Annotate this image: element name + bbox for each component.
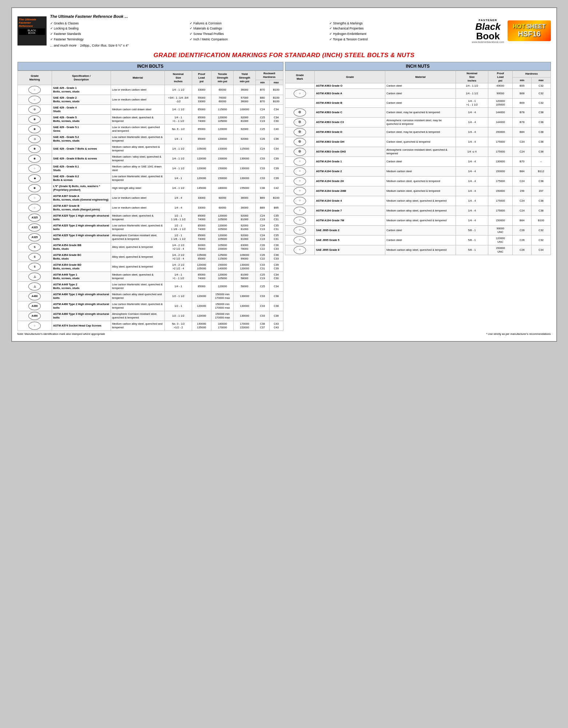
bolts-header: INCH BOLTS — [17, 62, 283, 71]
table-row: ○ASTM A194 Grade 2HMMedium carbon steel,… — [285, 186, 551, 196]
nut-material-cell: Carbon steel — [385, 89, 456, 99]
spec-cell: ASTM A490 Type 3 High strength structura… — [52, 311, 111, 321]
proof-cell: 120000 — [192, 173, 211, 183]
hardness-min-cell: B68 — [513, 89, 532, 99]
rockwell-max-cell: C34 C30 — [269, 272, 283, 281]
rockwell-max-cell: B100 — [269, 193, 283, 203]
rockwell-max-cell: C34 C30 — [269, 114, 283, 124]
rockwell-max-cell: C40 — [269, 124, 283, 134]
nominal-cell: 1/4 - 1 1/2 — [165, 144, 192, 154]
nut-proof-cell: 69000 — [488, 83, 513, 89]
hsf-code: HSF16 — [513, 30, 545, 38]
spec-cell: ASTM A449 Type 2 Bolts, screws, studs — [52, 281, 111, 291]
tensile-cell: 150000 min 170000 max — [211, 301, 234, 311]
tensile-cell: 105000 100000 — [211, 242, 234, 252]
tensile-cell: 120000 — [211, 281, 234, 291]
nut-proof-cell: 175000 — [488, 206, 513, 215]
table-row: SASTM A354 Grade BD Bolts, screws, studs… — [17, 262, 283, 272]
check-failures: Failures & Corrosion — [190, 21, 329, 26]
hardness-max-cell: C38 — [532, 176, 551, 186]
rockwell-min-cell: B69 — [255, 203, 269, 213]
proof-cell: 33000 — [192, 203, 211, 213]
grade-mark-cell: ○ — [17, 85, 52, 95]
rockwell-min-cell: C26 C22 — [255, 252, 269, 262]
proof-cell: 120000 — [192, 291, 211, 301]
grade-mark-cell: S — [17, 242, 52, 252]
nut-grade-icon: ○ — [294, 187, 306, 195]
yield-cell: 109000 99000 — [234, 252, 256, 262]
rockwell-min-cell: B69 — [255, 193, 269, 203]
material-cell: Atmospheric Corrision resistant steel, q… — [111, 311, 164, 321]
nominal-cell: 1/2 - 1 1 1/8 - 1 1/2 — [165, 213, 192, 222]
hardness-max-cell: C38 — [532, 127, 551, 137]
rockwell-max-cell: C34 — [269, 281, 283, 291]
rockwell-min-cell: C33 C31 — [255, 262, 269, 272]
nut-material-cell: Medium carbon alloy steel, quenched & te… — [385, 215, 456, 225]
nut-material-cell: Carbon steel, quenched & tempered — [385, 137, 456, 147]
nut-material-cell: Medium carbon steel, quenched & tempered — [385, 176, 456, 186]
more-text: ... and much more 248pp., Color Illus. S… — [50, 43, 468, 48]
proof-cell: 85000 — [192, 124, 211, 134]
grade-cell: SAE J995 Grade 5 — [315, 235, 385, 245]
grade-icon: S — [28, 243, 41, 251]
grade-cell: ASTM A194 Grade 1 — [315, 157, 385, 166]
table-row: ◎ASTM A563 Grade DH3Atmospheric corrosio… — [285, 147, 551, 157]
grade-mark-cell: A490 — [17, 301, 52, 311]
nut-material-cell: Carbon steel, may be quenched & tempered — [385, 107, 456, 117]
book-detail: 248pp., Color Illus. Size 6 ½" x 4" — [80, 44, 128, 47]
yield-cell: 57000 36000 — [234, 95, 256, 104]
nominal-cell: 1/4 - 2 1/2 >2 1/2 - 4 — [165, 262, 192, 272]
grade-icon: ⊗ — [28, 145, 41, 153]
nut-grade-icon: ○ — [294, 177, 306, 185]
table-row: ○ASTM A194 Grade 1Carbon steel1/4 - 4130… — [285, 157, 551, 166]
material-cell: Alloy steel, quenched & tempered — [111, 262, 164, 272]
col-header-grade: Grade — [315, 71, 385, 83]
spec-cell: SAE 429 - Grade 4 Studs — [52, 104, 111, 114]
proof-cell: 55000 33000 — [192, 95, 211, 104]
spec-cell: ASTM A490 Type 1 High strength structura… — [52, 291, 111, 301]
grade-cell: ASTM A563 Grade C — [315, 107, 385, 117]
rockwell-max-cell: C39 C39 — [269, 262, 283, 272]
material-cell: Low or medium carbon steel, quenched and… — [111, 124, 164, 134]
spec-cell: SAE 429 - Grade 7 Bolts & screws — [52, 144, 111, 154]
hardness-min-cell: C24 — [513, 137, 532, 147]
grade-cell: ASTM A194 Grade 2H — [315, 176, 385, 186]
table-row: ○ASTM A194 Grade 7Medium carbon alloy st… — [285, 206, 551, 215]
grade-mark-cell: ◈ — [17, 173, 52, 183]
material-cell: Medium carbon steel, quenched & tempered — [111, 114, 164, 124]
material-cell: Medium carbon steel, quenched & tempered — [111, 213, 164, 222]
hardness-max-cell: – — [532, 157, 551, 166]
grade-icon: ◈ — [28, 174, 41, 182]
nut-material-cell: Medium carbon alloy steel, quenched & te… — [385, 245, 456, 255]
grade-cell: ASTM A194 Grade 7M — [315, 215, 385, 225]
proof-cell: 120000 — [192, 163, 211, 173]
tensile-cell: 60000 — [211, 193, 234, 203]
check-locking: Locking & Sealing — [50, 26, 189, 31]
spec-cell: ASTM A325 Type 3 High strength structura… — [52, 232, 111, 242]
spec-cell: ASTM A490 Type 2 High strength structura… — [52, 301, 111, 311]
nominal-cell: 1/2 - 1 1 1/8 - 1 1/2 — [165, 222, 192, 232]
nominal-cell: >3/4 - 1 -1/4 -3/4 -1/2 — [165, 95, 192, 104]
nominal-cell: 1/4 - 1 1/2 — [165, 104, 192, 114]
table-row: ○SAE J995 Grade 2Carbon steel5/8 - 19000… — [285, 225, 551, 235]
nut-grade-mark-cell: ○ — [285, 89, 315, 99]
col-header-material: Material — [111, 71, 164, 85]
proof-cell: 85000 74000 — [192, 222, 211, 232]
yield-cell: 170000 153000 — [234, 321, 256, 331]
proof-cell: 105000 — [192, 144, 211, 154]
rockwell-min-cell: C24 C19 — [255, 232, 269, 242]
nut-proof-cell: 150000 — [488, 215, 513, 225]
grade-icon: S — [28, 253, 41, 261]
tensile-cell: 120000 105000 — [211, 222, 234, 232]
tensile-cell: 150000 — [211, 154, 234, 163]
spec-cell: ASTM A325 Type 1 High strength structura… — [52, 213, 111, 222]
grade-icon: △ — [28, 282, 41, 290]
nut-nominal-cell: 1/4 - 4 — [456, 127, 488, 137]
nut-nominal-cell: 5/8 - 1 — [456, 235, 488, 245]
table-row: ⊗SAE 429 - Grade 8 Bolts & screwsMedium … — [17, 154, 283, 163]
grade-icon: A325 — [28, 214, 41, 222]
asterisk-note: * Use strictly as per manufacturer's rec… — [486, 332, 551, 336]
grade-cell: ASTM A194 Grade 2HM — [315, 186, 385, 196]
nominal-cell: 1/4 - 1 1/2 — [165, 85, 192, 95]
hardness-min-cell: C24 — [513, 176, 532, 186]
